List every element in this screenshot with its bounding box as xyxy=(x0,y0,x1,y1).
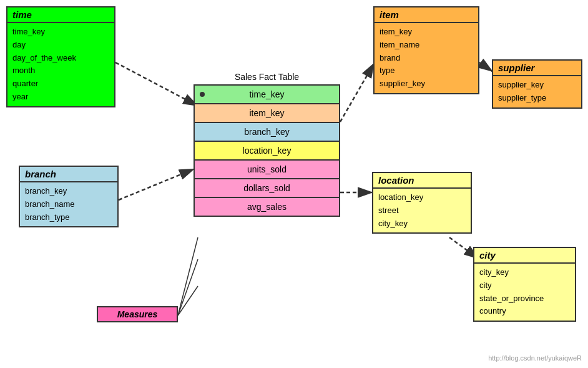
branch-field-2: branch_name xyxy=(25,198,112,211)
fact-row-location-key: location_key xyxy=(194,141,340,161)
city-field-3: state_or_province xyxy=(479,292,570,306)
measures-entity-box: Measures xyxy=(97,306,178,322)
supplier-header: supplier xyxy=(493,61,581,76)
branch-entity-box: branch branch_key branch_name branch_typ… xyxy=(19,166,119,227)
svg-line-9 xyxy=(178,286,198,316)
item-field-5: supplier_key xyxy=(380,77,473,91)
time-field-4: month xyxy=(12,64,109,77)
item-field-1: item_key xyxy=(380,26,473,39)
svg-line-3 xyxy=(479,62,493,72)
fact-row-units-sold: units_sold xyxy=(194,159,340,179)
location-entity-box: location location_key street city_key xyxy=(372,172,472,234)
branch-field-3: branch_type xyxy=(25,211,112,224)
city-field-1: city_key xyxy=(479,266,570,279)
fact-row-dollars-sold: dollars_sold xyxy=(194,178,340,198)
fact-row-branch-key: branch_key xyxy=(194,122,340,142)
city-entity-box: city city_key city state_or_province cou… xyxy=(473,247,576,322)
svg-line-8 xyxy=(178,259,198,316)
measures-header: Measures xyxy=(98,307,177,321)
time-entity-box: time time_key day day_of_the_week month … xyxy=(6,6,115,107)
supplier-fields: supplier_key supplier_type xyxy=(493,76,581,107)
location-header: location xyxy=(373,173,471,189)
fact-row-avg-sales: avg_sales xyxy=(194,197,340,217)
time-field-5: quarter xyxy=(12,77,109,91)
supplier-field-2: supplier_type xyxy=(498,92,576,105)
svg-line-2 xyxy=(340,62,375,122)
location-fields: location_key street city_key xyxy=(373,189,471,232)
supplier-field-1: supplier_key xyxy=(498,79,576,92)
city-header: city xyxy=(474,248,575,264)
time-header: time xyxy=(7,7,114,23)
fact-table-title: Sales Fact Table xyxy=(194,72,340,82)
time-fields: time_key day day_of_the_week month quart… xyxy=(7,23,114,106)
svg-line-1 xyxy=(115,62,198,106)
time-field-2: day xyxy=(12,39,109,52)
location-field-3: city_key xyxy=(378,217,466,231)
fact-table: Sales Fact Table time_key item_key branc… xyxy=(194,72,340,216)
branch-field-1: branch_key xyxy=(25,185,112,198)
item-field-2: item_name xyxy=(380,39,473,52)
svg-line-7 xyxy=(178,237,198,316)
city-field-4: country xyxy=(479,305,570,318)
time-field-1: time_key xyxy=(12,26,109,39)
item-field-3: brand xyxy=(380,52,473,65)
time-field-3: day_of_the_week xyxy=(12,52,109,65)
branch-header: branch xyxy=(20,167,117,182)
branch-fields: branch_key branch_name branch_type xyxy=(20,182,117,226)
city-field-2: city xyxy=(479,279,570,292)
item-fields: item_key item_name brand type supplier_k… xyxy=(375,23,478,93)
supplier-entity-box: supplier supplier_key supplier_type xyxy=(492,59,582,109)
watermark: http://blog.csdn.net/yukaiqweR xyxy=(488,354,582,362)
location-field-1: location_key xyxy=(378,191,466,204)
item-entity-box: item item_key item_name brand type suppl… xyxy=(373,6,479,94)
diagram-container: time time_key day day_of_the_week month … xyxy=(0,0,588,368)
location-field-2: street xyxy=(378,204,466,217)
time-field-6: year xyxy=(12,91,109,104)
fact-row-time-key: time_key xyxy=(194,84,340,104)
svg-line-4 xyxy=(119,169,195,200)
fact-row-item-key: item_key xyxy=(194,103,340,123)
item-header: item xyxy=(375,7,478,23)
item-field-4: type xyxy=(380,64,473,77)
city-fields: city_key city state_or_province country xyxy=(474,264,575,321)
